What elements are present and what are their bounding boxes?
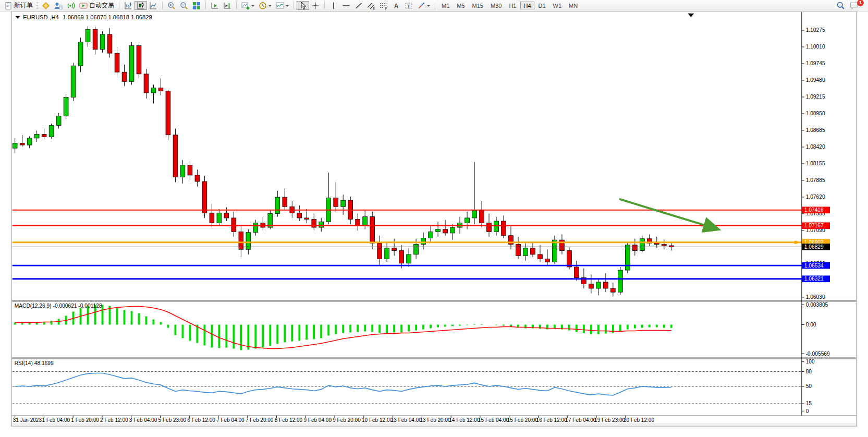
candle-body	[480, 210, 484, 223]
chart-title-symbol: EURUSD-,H4	[23, 14, 58, 20]
candle-body	[107, 34, 112, 53]
chat-button[interactable]: 1	[847, 1, 861, 10]
profile-button[interactable]	[52, 1, 65, 10]
vertical-line-tool-button[interactable]	[327, 1, 340, 10]
timeframe-button-H1[interactable]: H1	[506, 2, 519, 9]
candle-body	[553, 240, 557, 262]
timeframe-button-M1[interactable]: M1	[438, 2, 453, 9]
search-button[interactable]	[834, 1, 847, 10]
candle-body	[385, 248, 389, 259]
candle-body	[71, 66, 76, 97]
candle-body	[158, 88, 163, 91]
candle-body	[20, 143, 25, 145]
arrows-tool-button[interactable]	[415, 1, 432, 10]
toolbar-separator	[236, 2, 237, 9]
macd-axis-label: 0.003805	[806, 302, 828, 308]
auto-trading-label: 自动交易	[89, 1, 114, 10]
date-label: 9 Feb 20:00	[333, 417, 361, 423]
line-chart-icon	[149, 2, 157, 10]
gold-book-button[interactable]	[40, 1, 52, 10]
arrows-icon	[417, 2, 425, 10]
candle-body	[370, 217, 375, 244]
candle-body	[166, 91, 170, 135]
fibonacci-icon: F	[380, 2, 388, 10]
candle-body	[625, 245, 630, 270]
price-tick-label: 1.09745	[806, 60, 825, 66]
chart-canvas[interactable]: 1.102751.100101.097451.094801.092151.089…	[0, 11, 868, 437]
zoom-out-button[interactable]	[178, 1, 190, 10]
new-order-button[interactable]: 新订单	[2, 1, 35, 10]
tile-windows-button[interactable]	[190, 1, 203, 10]
signals-button[interactable]	[65, 1, 77, 10]
timeframe-button-M30[interactable]: M30	[487, 2, 505, 9]
timeframe-button-M15[interactable]: M15	[469, 2, 486, 9]
candle-body	[523, 248, 528, 256]
new-order-label: 新订单	[14, 1, 33, 10]
crosshair-button[interactable]	[309, 1, 322, 10]
chart-shift-button[interactable]	[221, 1, 234, 10]
bar-chart-type-button[interactable]	[122, 1, 135, 10]
trendline-tool-button[interactable]	[352, 1, 365, 10]
equidistant-channel-tool-button[interactable]: E	[365, 1, 377, 10]
cursor-button[interactable]	[297, 1, 309, 10]
cursor-icon	[299, 2, 307, 10]
period-clock-button[interactable]	[256, 1, 274, 10]
price-tick-label: 1.07885	[806, 177, 825, 183]
candle-body	[210, 213, 214, 223]
auto-trading-button[interactable]: 自动交易	[77, 1, 116, 10]
toolbar-right-cluster: 1	[834, 1, 866, 10]
candle-body	[224, 213, 229, 218]
auto-scroll-button[interactable]	[209, 1, 221, 10]
text-icon: A	[392, 2, 400, 10]
line-chart-type-button[interactable]	[147, 1, 160, 10]
rsi-axis-label: 100	[806, 359, 815, 365]
search-icon	[836, 1, 845, 10]
zoom-in-button[interactable]	[165, 1, 178, 10]
template-button[interactable]	[274, 1, 291, 10]
trendline-icon	[354, 2, 363, 10]
rsi-label: RSI(14) 48.1699	[15, 360, 54, 366]
candle-body	[443, 229, 448, 233]
candle-body	[13, 143, 17, 148]
chart-shift-icon	[223, 2, 231, 10]
price-badge-label: 1.07167	[804, 223, 824, 228]
candle-body	[122, 72, 127, 81]
timeframe-button-MN[interactable]: MN	[566, 2, 581, 9]
tile-windows-icon	[192, 2, 201, 10]
candle-body	[392, 248, 397, 251]
timeframe-button-H4[interactable]: H4	[520, 2, 534, 9]
timeframe-button-D1[interactable]: D1	[535, 2, 549, 9]
person-icon	[54, 2, 63, 10]
date-label: 6 Feb 12:00	[187, 417, 215, 423]
candle-body	[574, 267, 579, 277]
text-tool-button[interactable]: A	[390, 1, 402, 10]
date-label: 15 Feb 20:00	[507, 417, 539, 423]
date-label: 15 Feb 04:00	[478, 417, 509, 423]
date-label: 13 Feb 04:00	[391, 417, 422, 423]
macd-axis-label: 0.00	[806, 322, 816, 327]
date-label: 1 Feb 20:00	[71, 417, 99, 423]
candle-body	[516, 245, 521, 256]
candle-body	[297, 213, 302, 218]
price-badge-label: 1.07416	[804, 207, 824, 213]
candle-body	[494, 221, 499, 232]
hline-handle[interactable]	[794, 241, 797, 244]
candlestick-chart-type-button[interactable]	[135, 1, 147, 10]
candle-body	[472, 210, 477, 217]
timeframe-button-W1[interactable]: W1	[550, 2, 565, 9]
candle-body	[429, 232, 433, 238]
equidistant-channel-icon: E	[367, 2, 375, 10]
price-tick-label: 1.08420	[806, 144, 825, 150]
chevron-down-icon	[427, 5, 430, 8]
horizontal-line-tool-button[interactable]	[340, 1, 352, 10]
candle-body	[49, 126, 54, 137]
candle-body	[129, 46, 134, 82]
text-label-tool-button[interactable]: T	[402, 1, 415, 10]
candle-body	[502, 221, 506, 236]
add-indicator-button[interactable]	[239, 1, 256, 10]
bar-chart-icon	[124, 2, 132, 10]
timeframe-button-M5[interactable]: M5	[454, 2, 468, 9]
candle-body	[399, 251, 404, 263]
fibonacci-tool-button[interactable]: F	[377, 1, 390, 10]
toolbar-separator	[205, 2, 206, 9]
